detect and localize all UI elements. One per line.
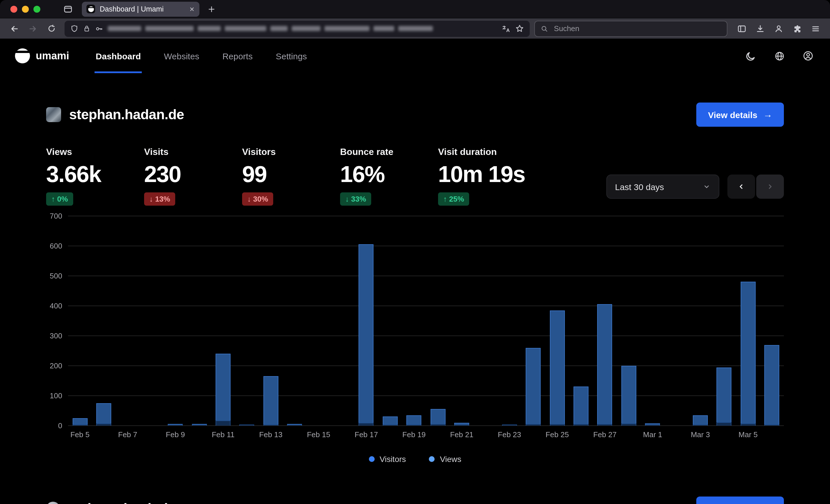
bar-group-feb-11[interactable] — [211, 216, 235, 426]
bar-group-feb-7[interactable] — [116, 216, 140, 426]
next-period-button[interactable] — [756, 174, 784, 199]
bar-group-mar-3[interactable] — [689, 216, 712, 426]
close-window-button[interactable] — [10, 5, 17, 12]
date-range-value: Last 30 days — [615, 182, 664, 192]
bar-group-feb-19[interactable] — [402, 216, 426, 426]
bar-group-feb-13[interactable] — [259, 216, 283, 426]
bar-group-feb-16[interactable] — [330, 216, 354, 426]
menu-hamburger-icon[interactable] — [807, 20, 824, 37]
bar-group-mar-6[interactable] — [760, 216, 784, 426]
metrics-list: Views3.66k↑ 0%Visits230↓ 13%Visitors99↓ … — [46, 147, 536, 206]
metric-change-badge: ↑ 25% — [438, 192, 469, 206]
downloads-icon[interactable] — [752, 20, 769, 37]
chart-plot — [68, 216, 784, 426]
visitors-bar — [359, 423, 374, 426]
next-website-name: techtagebuch.de — [68, 501, 175, 504]
y-tick-label: 200 — [50, 362, 62, 370]
visitors-bar — [96, 423, 111, 426]
visitors-bar — [574, 424, 588, 426]
bar-group-feb-28[interactable] — [617, 216, 641, 426]
nav-item-dashboard[interactable]: Dashboard — [95, 39, 142, 73]
key-icon[interactable] — [95, 25, 103, 33]
translate-icon[interactable]: A — [502, 24, 511, 33]
bar-group-mar-1[interactable] — [641, 216, 665, 426]
bar-group-feb-10[interactable] — [187, 216, 211, 426]
reload-button[interactable] — [43, 20, 60, 37]
bar-group-feb-26[interactable] — [569, 216, 593, 426]
bookmark-star-icon[interactable] — [515, 24, 524, 33]
bar-group-feb-22[interactable] — [474, 216, 498, 426]
zoom-window-button[interactable] — [33, 5, 40, 12]
legend-views[interactable]: Views — [429, 455, 461, 464]
legend-visitors[interactable]: Visitors — [369, 455, 406, 464]
x-tick-label: Feb 11 — [212, 430, 234, 439]
browser-toolbar: A — [0, 18, 830, 39]
metric-label: Visitors — [242, 147, 340, 157]
search-input[interactable] — [553, 24, 721, 33]
bar-group-feb-21[interactable] — [450, 216, 474, 426]
date-range-select[interactable]: Last 30 days — [606, 174, 719, 199]
forward-button[interactable] — [24, 20, 41, 37]
bar-group-feb-27[interactable] — [593, 216, 617, 426]
bar-group-mar-5[interactable] — [736, 216, 760, 426]
visitors-bar — [263, 425, 278, 426]
profile-icon[interactable] — [801, 49, 815, 63]
nav-item-websites[interactable]: Websites — [163, 39, 200, 73]
views-bar — [741, 282, 756, 426]
website-header: stephan.hadan.de View details → — [46, 102, 784, 127]
extensions-puzzle-icon[interactable] — [789, 20, 806, 37]
redacted-url-text — [108, 26, 433, 31]
back-button[interactable] — [6, 20, 23, 37]
view-details-button[interactable]: View details → — [697, 103, 784, 127]
bar-group-feb-9[interactable] — [163, 216, 187, 426]
x-tick-label: Feb 5 — [70, 430, 90, 439]
next-website-favicon — [46, 502, 60, 504]
browser-window: Dashboard | Umami A — [0, 0, 830, 504]
shield-icon[interactable] — [70, 25, 78, 33]
views-bar — [574, 387, 588, 426]
website-name: stephan.hadan.de — [69, 107, 184, 123]
metric-label: Views — [46, 147, 144, 157]
nav-item-reports[interactable]: Reports — [221, 39, 254, 73]
visitors-bar — [598, 424, 612, 426]
bar-group-feb-5[interactable] — [68, 216, 92, 426]
account-icon[interactable] — [770, 20, 787, 37]
views-bar — [263, 376, 278, 426]
new-tab-button[interactable] — [204, 1, 219, 16]
bar-group-feb-12[interactable] — [235, 216, 259, 426]
bar-group-feb-18[interactable] — [378, 216, 402, 426]
url-bar[interactable]: A — [65, 21, 530, 37]
x-tick-label: Feb 23 — [498, 430, 521, 439]
sidebar-panel-icon[interactable] — [733, 20, 751, 37]
theme-toggle-moon-icon[interactable] — [743, 49, 757, 63]
bar-group-mar-2[interactable] — [665, 216, 689, 426]
previous-period-button[interactable] — [727, 174, 755, 199]
x-tick-label: Feb 9 — [166, 430, 185, 439]
views-bar — [526, 348, 541, 426]
lock-icon[interactable] — [83, 25, 91, 32]
bar-group-feb-17[interactable] — [354, 216, 378, 426]
bar-group-feb-15[interactable] — [307, 216, 330, 426]
browser-tab-dashboard[interactable]: Dashboard | Umami — [82, 1, 199, 16]
metric-value: 10m 19s — [438, 161, 536, 187]
visitors-bar — [454, 425, 469, 426]
bar-group-feb-25[interactable] — [545, 216, 569, 426]
umami-brand[interactable]: umami — [15, 48, 69, 63]
nav-item-settings[interactable]: Settings — [275, 39, 308, 73]
bar-group-feb-24[interactable] — [521, 216, 545, 426]
tab-close-icon[interactable] — [189, 6, 195, 12]
bar-group-feb-23[interactable] — [498, 216, 521, 426]
search-icon — [541, 25, 548, 33]
y-tick-label: 700 — [50, 212, 62, 220]
language-globe-icon[interactable] — [772, 49, 786, 63]
bar-group-feb-6[interactable] — [92, 216, 116, 426]
next-view-details-button[interactable]: View details → — [697, 497, 784, 504]
bar-group-feb-8[interactable] — [139, 216, 163, 426]
bar-group-feb-20[interactable] — [426, 216, 450, 426]
minimize-window-button[interactable] — [22, 5, 29, 12]
legend-label: Visitors — [380, 455, 406, 464]
bar-group-mar-4[interactable] — [712, 216, 736, 426]
bar-group-feb-14[interactable] — [283, 216, 307, 426]
firefox-view-icon[interactable] — [60, 1, 76, 16]
views-bar — [693, 415, 708, 426]
